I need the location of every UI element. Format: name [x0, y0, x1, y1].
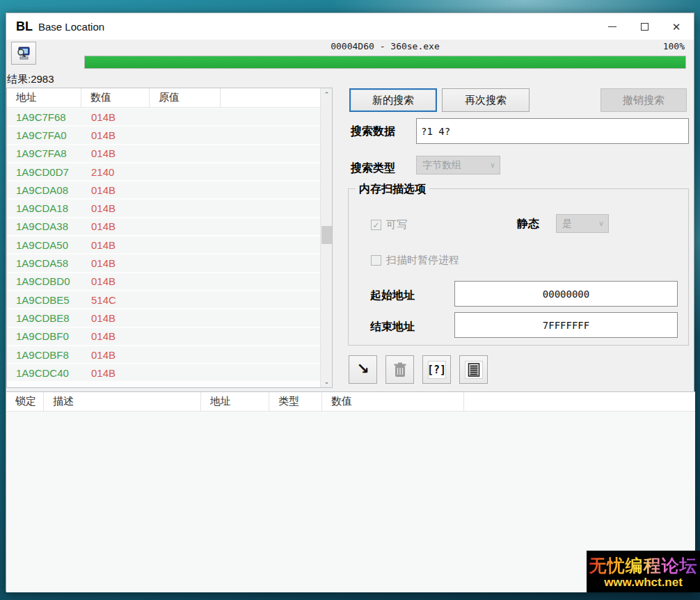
result-value: 014B [82, 257, 150, 269]
writable-option: ✓ 可写 [371, 218, 407, 232]
results-header-row: 地址 数值 原值 [7, 88, 332, 108]
result-row[interactable]: 1A9C7FA8 014B [7, 145, 320, 163]
app-window: BL Base Location ✕ 00004D60 - 3 [6, 13, 694, 592]
pause-while-scan-option: 扫描时暂停进程 [371, 254, 459, 267]
pause-while-scan-checkbox [371, 255, 381, 266]
undo-search-button: 撤销搜索 [600, 88, 687, 112]
bracket-question-icon: [?] [427, 364, 446, 376]
unknown-value-search-button[interactable]: [?] [422, 355, 451, 384]
results-count-label: 结果:2983 [7, 73, 54, 86]
end-address-label: 结束地址 [370, 320, 415, 334]
static-dropdown: 是 ∨ [556, 214, 609, 233]
column-header-lock[interactable]: 锁定 [6, 392, 44, 411]
scrollbar-thumb[interactable] [321, 226, 332, 244]
result-value: 014B [82, 129, 150, 141]
forum-watermark: 无忧编程论坛 www.whct.net [587, 551, 700, 592]
result-address: 1A9C7FA8 [16, 147, 82, 159]
add-to-list-button[interactable]: ↘ [349, 355, 377, 384]
new-search-button[interactable]: 新的搜索 [349, 88, 437, 112]
memory-view-button[interactable] [459, 355, 488, 384]
computer-icon [16, 47, 31, 60]
result-row[interactable]: 1A9CDA18 014B [7, 200, 320, 218]
result-row[interactable]: 1A9CDA38 014B [7, 218, 320, 236]
column-header-address[interactable]: 地址 [7, 88, 81, 107]
search-data-input[interactable] [416, 118, 689, 144]
scroll-down-icon[interactable]: ⌄ [321, 375, 333, 387]
column-header-type[interactable]: 类型 [269, 392, 322, 411]
column-header-description[interactable]: 描述 [44, 392, 201, 411]
watermark-title: 无忧编程论坛 [589, 554, 698, 577]
result-address: 1A9CDA38 [16, 220, 82, 232]
scan-results-table: 地址 数值 原值 1A9C7F68 014B 1A9C7FA0 014B 1A9… [6, 88, 333, 388]
memory-list-icon [465, 361, 483, 379]
result-row[interactable]: 1A9CDBF8 014B [7, 346, 320, 364]
chevron-down-icon: ∨ [598, 219, 604, 228]
result-value: 014B [82, 367, 150, 379]
static-value: 是 [562, 218, 572, 230]
result-value: 014B [82, 184, 150, 196]
maximize-icon [641, 23, 649, 31]
writable-label: 可写 [386, 218, 407, 232]
column-header-original[interactable]: 原值 [150, 88, 221, 107]
result-row[interactable]: 1A9C7F68 014B [7, 108, 320, 127]
result-row[interactable]: 1A9CDBF0 014B [7, 328, 320, 346]
result-address: 1A9CDA18 [16, 202, 82, 214]
column-header-value[interactable]: 数值 [322, 392, 464, 411]
result-row[interactable]: 1A9CDA58 014B [7, 254, 320, 273]
search-type-value: 字节数组 [422, 159, 461, 172]
writable-checkbox: ✓ [371, 220, 381, 230]
start-address-input[interactable] [454, 281, 678, 307]
result-address: 1A9C7FA0 [16, 129, 82, 141]
select-process-button[interactable] [11, 42, 36, 65]
result-value: 014B [82, 147, 150, 159]
search-data-label: 搜索数据 [351, 124, 395, 139]
result-address: 1A9CDBD0 [16, 275, 82, 287]
result-row[interactable]: 1A9CDBE8 014B [7, 309, 320, 327]
column-header-address[interactable]: 地址 [201, 392, 269, 411]
watermark-url: www.whct.net [604, 576, 683, 590]
static-label: 静态 [517, 217, 539, 232]
result-address: 1A9CDBE8 [16, 312, 82, 324]
pause-while-scan-label: 扫描时暂停进程 [386, 254, 459, 267]
result-address: 1A9CDA50 [16, 239, 82, 251]
minimize-button[interactable] [596, 13, 628, 40]
result-address: 1A9CDA08 [16, 184, 82, 196]
maximize-button[interactable] [628, 13, 660, 40]
memory-scan-options-title: 内存扫描选项 [356, 182, 429, 197]
desktop-background: BL Base Location ✕ 00004D60 - 3 [0, 0, 700, 600]
scroll-up-icon[interactable]: ⌃ [321, 88, 333, 100]
end-address-input[interactable] [454, 312, 678, 338]
column-header-spacer [464, 392, 695, 411]
results-scrollbar[interactable]: ⌃ ⌄ [320, 88, 332, 387]
close-button[interactable]: ✕ [660, 13, 692, 40]
result-row[interactable]: 1A9CDBD0 014B [7, 273, 320, 291]
result-row[interactable]: 1A9CDA08 014B [7, 181, 320, 200]
delete-results-button[interactable] [385, 355, 414, 384]
arrow-down-right-icon: ↘ [356, 362, 369, 377]
scan-progress-fill [85, 56, 685, 68]
result-row[interactable]: 1A9CD0D7 2140 [7, 163, 320, 181]
result-row[interactable]: 1A9CDA50 014B [7, 236, 320, 254]
window-title: Base Location [38, 21, 104, 33]
close-icon: ✕ [672, 22, 681, 32]
result-row[interactable]: 1A9C7FA0 014B [7, 127, 320, 145]
search-type-dropdown: 字节数组 ∨ [416, 156, 500, 175]
attached-process-label: 00004D60 - 360se.exe [84, 41, 686, 51]
result-value: 014B [82, 239, 150, 251]
next-search-button[interactable]: 再次搜索 [442, 88, 530, 112]
minimize-icon [608, 26, 617, 27]
column-header-value[interactable]: 数值 [81, 88, 150, 107]
result-address: 1A9CD0D7 [16, 166, 82, 178]
result-address: 1A9CDBF0 [16, 330, 82, 342]
result-address: 1A9CDBE5 [16, 294, 82, 306]
chevron-down-icon: ∨ [490, 161, 495, 170]
titlebar: BL Base Location ✕ [6, 13, 694, 40]
scan-progress-bar [84, 56, 686, 69]
result-value: 014B [82, 312, 150, 324]
result-row[interactable]: 1A9CDBE5 514C [7, 291, 320, 309]
result-value: 014B [82, 349, 150, 361]
result-value: 014B [82, 275, 150, 287]
start-address-label: 起始地址 [370, 289, 415, 303]
result-value: 514C [82, 294, 150, 306]
result-row[interactable]: 1A9CDC40 014B [7, 364, 320, 382]
